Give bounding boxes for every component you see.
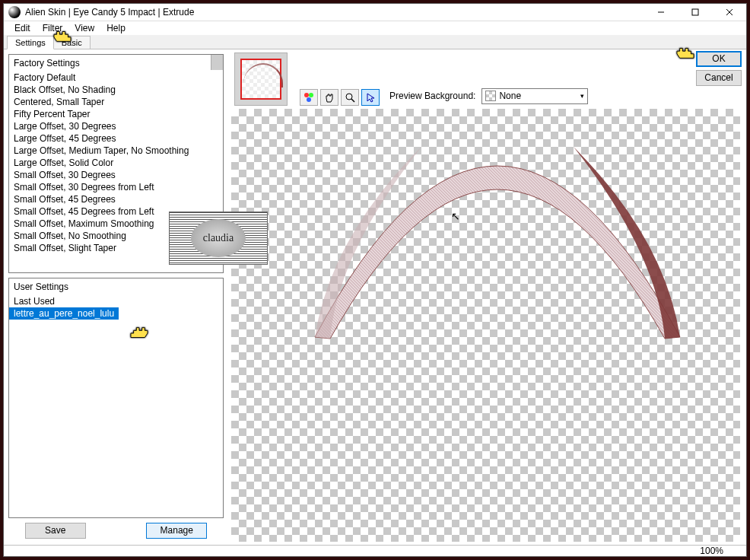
list-item-selected[interactable]: lettre_au_pere_noel_lulu — [9, 307, 119, 320]
menubar: Edit Filter View Help — [4, 21, 746, 35]
list-item[interactable]: Large Offset, Medium Taper, No Smoothing — [9, 145, 223, 157]
color-picker-tool-icon[interactable] — [300, 89, 318, 106]
tab-basic[interactable]: Basic — [53, 36, 91, 49]
preview-canvas[interactable]: ↖ — [231, 109, 740, 542]
dropdown-value: None — [496, 91, 580, 101]
cancel-button[interactable]: Cancel — [696, 70, 742, 86]
minimize-button[interactable] — [644, 4, 678, 21]
manage-button[interactable]: Manage — [146, 523, 207, 539]
statusbar: 100% — [4, 545, 746, 556]
zoom-tool-icon[interactable] — [341, 89, 359, 106]
list-item[interactable]: Last Used — [9, 295, 223, 307]
tabs-row: Settings Basic — [4, 35, 746, 49]
right-area: Preview Background: None ▾ OK Cancel — [228, 49, 746, 545]
user-settings-list[interactable]: User Settings Last Used lettre_au_pere_n… — [8, 278, 224, 518]
thumbnail-preview-icon — [240, 59, 281, 100]
app-icon — [8, 6, 21, 18]
app-window: Alien Skin | Eye Candy 5 Impact | Extrud… — [3, 3, 747, 557]
hand-tool-icon[interactable] — [320, 89, 338, 106]
list-item[interactable]: Small Offset, Slight Taper — [9, 242, 223, 254]
scrollbar-thumb-icon[interactable] — [211, 55, 223, 70]
pointer-tool-icon[interactable] — [361, 89, 380, 106]
preview-toolbar — [300, 89, 380, 106]
titlebar: Alien Skin | Eye Candy 5 Impact | Extrud… — [4, 4, 746, 21]
close-button[interactable] — [712, 4, 746, 21]
save-button[interactable]: Save — [25, 523, 86, 539]
list-item[interactable]: Small Offset, 30 Degrees — [9, 169, 223, 181]
preview-bg-dropdown[interactable]: None ▾ — [481, 88, 588, 104]
preview-bg-label: Preview Background: — [389, 91, 475, 101]
factory-settings-list[interactable]: Factory Settings Factory Default Black O… — [8, 54, 224, 273]
extrude-preview-shape — [284, 109, 710, 421]
preview-bg-group: Preview Background: None ▾ — [389, 88, 588, 104]
ok-button[interactable]: OK — [696, 51, 742, 67]
svg-point-5 — [309, 93, 313, 97]
list-item[interactable]: Small Offset, Maximum Smoothing — [9, 218, 223, 230]
list-item[interactable]: Large Offset, 30 Degrees — [9, 120, 223, 132]
panel-buttons: Save Manage — [8, 518, 224, 542]
maximize-button[interactable] — [678, 4, 712, 21]
list-item[interactable]: Large Offset, 45 Degrees — [9, 132, 223, 145]
list-item[interactable]: Large Offset, Solid Color — [9, 157, 223, 169]
zoom-level: 100% — [700, 546, 723, 556]
navigator-thumbnail[interactable] — [234, 52, 288, 106]
svg-line-8 — [351, 99, 354, 102]
menu-edit[interactable]: Edit — [8, 21, 37, 35]
window-controls — [644, 4, 746, 21]
swatch-checker-icon — [485, 91, 496, 101]
factory-settings-header: Factory Settings — [9, 55, 223, 72]
list-item[interactable]: Small Offset, No Smoothing — [9, 230, 223, 242]
list-item[interactable]: Factory Default — [9, 72, 223, 84]
main-body: Factory Settings Factory Default Black O… — [4, 49, 746, 545]
svg-rect-1 — [692, 9, 698, 15]
list-item[interactable]: Fifty Percent Taper — [9, 108, 223, 120]
list-item[interactable]: Small Offset, 30 Degrees from Left — [9, 181, 223, 193]
list-item[interactable]: Small Offset, 45 Degrees — [9, 193, 223, 205]
tab-settings[interactable]: Settings — [7, 36, 54, 49]
list-item[interactable]: Small Offset, 45 Degrees from Left — [9, 205, 223, 218]
chevron-down-icon: ▾ — [580, 92, 584, 100]
top-right-row: Preview Background: None ▾ OK Cancel — [228, 49, 746, 109]
list-item[interactable]: Centered, Small Taper — [9, 96, 223, 108]
user-settings-header: User Settings — [9, 278, 223, 295]
move-cursor-icon: ↖ — [451, 210, 460, 222]
left-panel: Factory Settings Factory Default Black O… — [4, 49, 228, 545]
menu-help[interactable]: Help — [100, 21, 132, 35]
svg-point-7 — [346, 94, 352, 100]
menu-filter[interactable]: Filter — [37, 21, 69, 35]
list-item[interactable]: Black Offset, No Shading — [9, 84, 223, 96]
menu-view[interactable]: View — [68, 21, 100, 35]
svg-point-6 — [307, 97, 311, 102]
dialog-buttons: OK Cancel — [696, 51, 742, 86]
window-title: Alien Skin | Eye Candy 5 Impact | Extrud… — [25, 7, 644, 18]
svg-point-4 — [304, 93, 309, 97]
